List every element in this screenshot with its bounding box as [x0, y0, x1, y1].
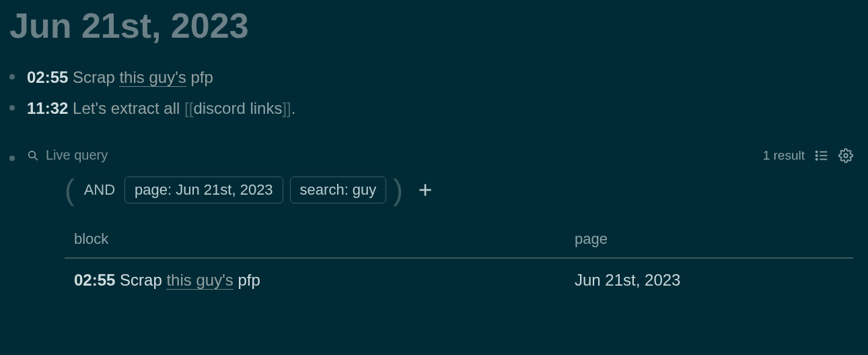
list-view-icon[interactable]: [814, 148, 829, 163]
filter-chip-page[interactable]: page: Jun 21st, 2023: [124, 176, 283, 203]
svg-line-1: [34, 157, 38, 160]
bracket-open: [[: [184, 99, 193, 117]
paren-close: ): [393, 175, 403, 205]
block-text-post: pfp: [186, 68, 213, 86]
result-link[interactable]: this guy's: [166, 271, 233, 290]
block-content[interactable]: 02:55 Scrap this guy's pfp: [27, 66, 213, 89]
bracket-close: ]]: [282, 99, 291, 117]
page-reference-link[interactable]: discord links: [193, 99, 282, 117]
query-operator[interactable]: AND: [81, 181, 118, 199]
svg-point-0: [29, 151, 36, 158]
query-block: Live query 1 result ( AND page: Jun 21st…: [9, 148, 868, 290]
block-text-pre: Let's extract all: [68, 99, 184, 117]
column-header-block[interactable]: block: [65, 230, 575, 248]
journal-block-list: 02:55 Scrap this guy's pfp 11:32 Let's e…: [0, 66, 868, 290]
gear-icon[interactable]: [838, 148, 853, 163]
block-content[interactable]: 11:32 Let's extract all [[discord links]…: [27, 97, 295, 120]
bullet-icon[interactable]: [9, 105, 15, 110]
journal-block[interactable]: 02:55 Scrap this guy's pfp: [9, 66, 868, 89]
add-filter-button[interactable]: [417, 181, 434, 199]
query-label: Live query: [46, 148, 108, 163]
journal-block[interactable]: 11:32 Let's extract all [[discord links]…: [9, 97, 868, 120]
search-icon: [27, 150, 39, 162]
svg-point-6: [816, 158, 818, 160]
table-header: block page: [65, 230, 853, 259]
bullet-icon[interactable]: [9, 156, 15, 161]
query-filter-row: ( AND page: Jun 21st, 2023 search: guy ): [65, 175, 868, 205]
svg-point-4: [816, 155, 818, 156]
query-header: Live query 1 result: [27, 148, 868, 163]
result-time: 02:55: [74, 271, 115, 289]
result-text-post: pfp: [233, 271, 260, 289]
table-row[interactable]: 02:55 Scrap this guy's pfp Jun 21st, 202…: [65, 259, 853, 290]
filter-chip-search[interactable]: search: guy: [290, 176, 387, 203]
result-text-pre: Scrap: [115, 271, 166, 289]
column-header-page[interactable]: page: [575, 230, 853, 248]
block-time: 02:55: [27, 68, 68, 86]
paren-open: (: [65, 175, 75, 205]
result-page-cell[interactable]: Jun 21st, 2023: [575, 271, 853, 290]
block-text-post: .: [291, 99, 296, 117]
page-title: Jun 21st, 2023: [0, 0, 868, 66]
result-block-cell[interactable]: 02:55 Scrap this guy's pfp: [65, 271, 575, 290]
result-count: 1 result: [763, 148, 805, 163]
query-results-table: block page 02:55 Scrap this guy's pfp Ju…: [65, 230, 853, 290]
bullet-icon[interactable]: [9, 74, 15, 79]
block-text-pre: Scrap: [68, 68, 119, 86]
svg-point-8: [844, 154, 848, 158]
block-link[interactable]: this guy's: [119, 68, 186, 87]
svg-point-2: [816, 151, 818, 152]
block-time: 11:32: [27, 99, 68, 117]
